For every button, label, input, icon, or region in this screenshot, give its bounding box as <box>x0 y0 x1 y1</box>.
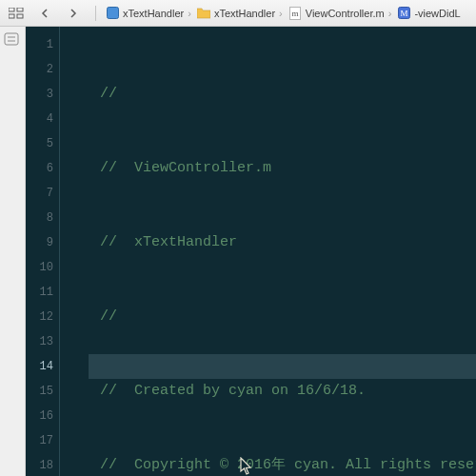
line-number: 15 <box>26 379 59 404</box>
line-number: 4 <box>26 107 59 131</box>
svg-rect-9 <box>5 33 18 45</box>
left-rail <box>0 27 26 476</box>
breadcrumb-file[interactable]: m ViewController.m › <box>288 7 392 20</box>
back-icon[interactable] <box>34 4 55 23</box>
code-line: // Copyright © 2016年 cyan. All rights re… <box>89 453 476 476</box>
code-line: // <box>89 82 476 107</box>
svg-rect-4 <box>107 8 118 19</box>
code-area[interactable]: // // ViewController.m // xTextHandler /… <box>89 27 476 476</box>
svg-rect-3 <box>17 14 23 18</box>
line-number: 9 <box>26 230 59 255</box>
jump-bar: xTextHandler › xTextHandler › m ViewCont… <box>0 0 476 27</box>
document-outline-icon[interactable] <box>4 32 21 48</box>
code-line: // ViewController.m <box>89 156 476 181</box>
method-icon: M <box>397 7 410 20</box>
fold-gutter <box>60 27 89 476</box>
main-area: 1 2 3 4 5 6 7 8 9 10 11 12 13 14 15 16 1… <box>0 27 476 476</box>
line-number: 1 <box>26 32 59 57</box>
line-number: 6 <box>26 156 59 181</box>
line-number: 5 <box>26 131 59 156</box>
proj-icon <box>106 7 119 20</box>
line-number: 14 <box>26 354 59 379</box>
breadcrumb-label: xTextHandler <box>123 8 184 19</box>
folder-icon <box>197 7 210 20</box>
breadcrumb-project[interactable]: xTextHandler › <box>106 7 191 20</box>
svg-text:m: m <box>291 9 298 18</box>
code-line: // Created by cyan on 16/6/18. <box>89 379 476 404</box>
breadcrumb-symbol[interactable]: M -viewDidL <box>397 7 460 20</box>
line-number: 13 <box>26 329 59 354</box>
svg-rect-0 <box>9 8 14 11</box>
line-number: 2 <box>26 57 59 82</box>
svg-rect-2 <box>9 14 14 18</box>
forward-icon[interactable] <box>63 4 84 23</box>
line-number: 16 <box>26 404 59 428</box>
chevron-right-icon: › <box>279 8 283 19</box>
breadcrumb-folder[interactable]: xTextHandler › <box>197 7 283 20</box>
breadcrumb-label: ViewController.m <box>306 8 385 19</box>
toolbar-left-group <box>6 4 95 23</box>
m-file-icon: m <box>288 7 302 20</box>
xcode-window: xTextHandler › xTextHandler › m ViewCont… <box>0 0 476 476</box>
line-number: 7 <box>26 181 59 206</box>
line-number: 18 <box>26 453 59 476</box>
chevron-right-icon: › <box>388 8 392 19</box>
breadcrumb-label: -viewDidL <box>414 8 460 19</box>
line-number-gutter: 1 2 3 4 5 6 7 8 9 10 11 12 13 14 15 16 1… <box>26 27 60 476</box>
code-line: // <box>89 305 476 329</box>
breadcrumb: xTextHandler › xTextHandler › m ViewCont… <box>96 7 461 20</box>
line-number: 12 <box>26 305 59 329</box>
line-number: 11 <box>26 280 59 305</box>
line-number: 17 <box>26 428 59 453</box>
chevron-right-icon: › <box>188 8 191 19</box>
svg-text:M: M <box>400 9 407 18</box>
breadcrumb-label: xTextHandler <box>214 8 275 19</box>
svg-rect-1 <box>17 8 23 11</box>
line-number: 3 <box>26 82 59 107</box>
code-editor[interactable]: 1 2 3 4 5 6 7 8 9 10 11 12 13 14 15 16 1… <box>26 27 476 476</box>
related-items-icon[interactable] <box>6 4 27 23</box>
line-number: 8 <box>26 206 59 230</box>
line-number: 10 <box>26 255 59 280</box>
code-line: // xTextHandler <box>89 230 476 255</box>
